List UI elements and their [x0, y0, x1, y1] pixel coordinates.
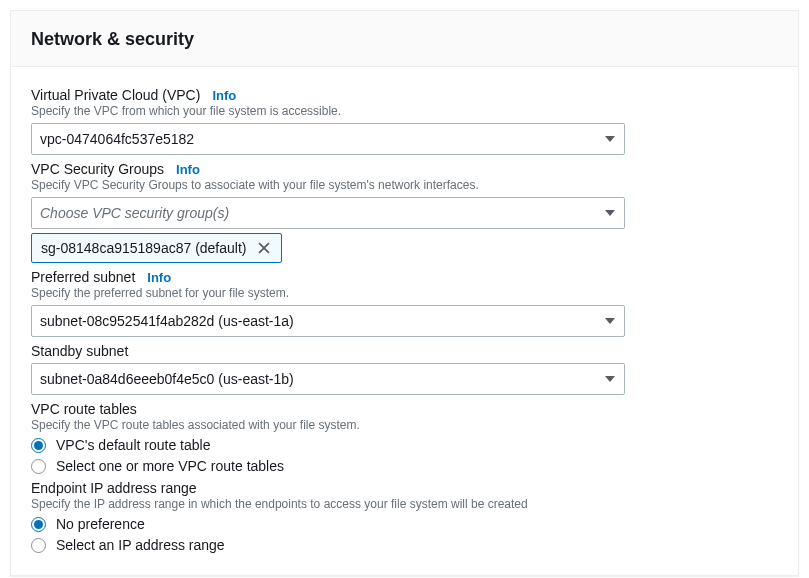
vpc-info-link[interactable]: Info	[212, 88, 236, 103]
sg-select-placeholder: Choose VPC security group(s)	[40, 205, 229, 221]
radio-icon	[31, 459, 46, 474]
close-icon	[257, 241, 271, 255]
sg-token-remove[interactable]	[253, 237, 275, 259]
preferred-subnet-info-link[interactable]: Info	[147, 270, 171, 285]
vpc-select[interactable]: vpc-0474064fc537e5182	[31, 123, 625, 155]
route-tables-label: VPC route tables	[31, 401, 137, 417]
panel-title: Network & security	[31, 29, 778, 50]
route-tables-option-default: VPC's default route table	[56, 437, 210, 453]
panel-header: Network & security	[11, 11, 798, 67]
network-security-panel: Network & security Virtual Private Cloud…	[10, 10, 799, 576]
panel-body: Virtual Private Cloud (VPC) Info Specify…	[11, 67, 798, 575]
endpoint-option-none: No preference	[56, 516, 145, 532]
preferred-subnet-desc: Specify the preferred subnet for your fi…	[31, 286, 778, 300]
sg-select[interactable]: Choose VPC security group(s)	[31, 197, 625, 229]
radio-icon	[31, 517, 46, 532]
sg-label: VPC Security Groups	[31, 161, 164, 177]
chevron-down-icon	[605, 318, 615, 324]
vpc-select-value: vpc-0474064fc537e5182	[40, 131, 194, 147]
endpoint-radio-select[interactable]: Select an IP address range	[31, 537, 778, 553]
preferred-subnet-label: Preferred subnet	[31, 269, 135, 285]
radio-icon	[31, 438, 46, 453]
vpc-label: Virtual Private Cloud (VPC)	[31, 87, 200, 103]
endpoint-label: Endpoint IP address range	[31, 480, 197, 496]
standby-subnet-select[interactable]: subnet-0a84d6eeeb0f4e5c0 (us-east-1b)	[31, 363, 625, 395]
endpoint-desc: Specify the IP address range in which th…	[31, 497, 778, 511]
endpoint-radio-none[interactable]: No preference	[31, 516, 778, 532]
endpoint-option-select: Select an IP address range	[56, 537, 225, 553]
sg-token-label: sg-08148ca915189ac87 (default)	[41, 240, 247, 256]
route-tables-radio-select[interactable]: Select one or more VPC route tables	[31, 458, 778, 474]
chevron-down-icon	[605, 210, 615, 216]
radio-icon	[31, 538, 46, 553]
route-tables-option-select: Select one or more VPC route tables	[56, 458, 284, 474]
sg-info-link[interactable]: Info	[176, 162, 200, 177]
route-tables-radio-default[interactable]: VPC's default route table	[31, 437, 778, 453]
sg-token: sg-08148ca915189ac87 (default)	[31, 233, 282, 263]
sg-desc: Specify VPC Security Groups to associate…	[31, 178, 778, 192]
vpc-desc: Specify the VPC from which your file sys…	[31, 104, 778, 118]
route-tables-desc: Specify the VPC route tables associated …	[31, 418, 778, 432]
standby-subnet-label: Standby subnet	[31, 343, 128, 359]
preferred-subnet-select[interactable]: subnet-08c952541f4ab282d (us-east-1a)	[31, 305, 625, 337]
chevron-down-icon	[605, 136, 615, 142]
standby-subnet-value: subnet-0a84d6eeeb0f4e5c0 (us-east-1b)	[40, 371, 294, 387]
chevron-down-icon	[605, 376, 615, 382]
preferred-subnet-value: subnet-08c952541f4ab282d (us-east-1a)	[40, 313, 294, 329]
